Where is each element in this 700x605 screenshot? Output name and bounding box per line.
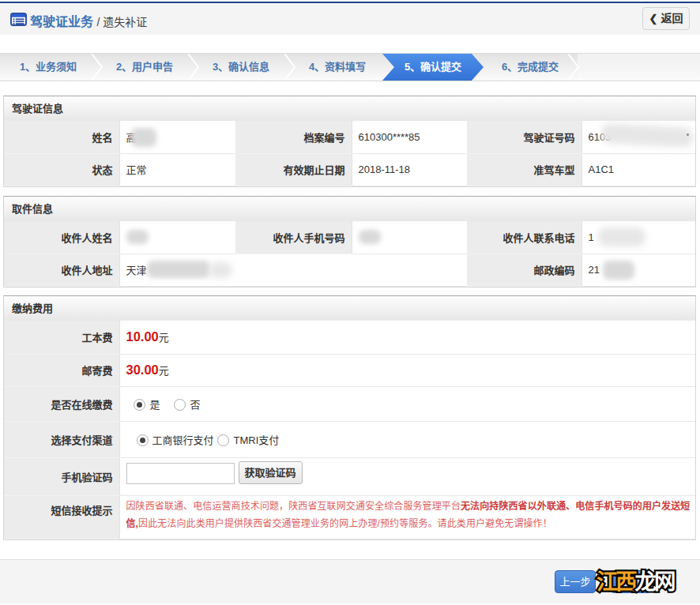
svg-text:江西龙网: 江西龙网: [597, 569, 675, 594]
